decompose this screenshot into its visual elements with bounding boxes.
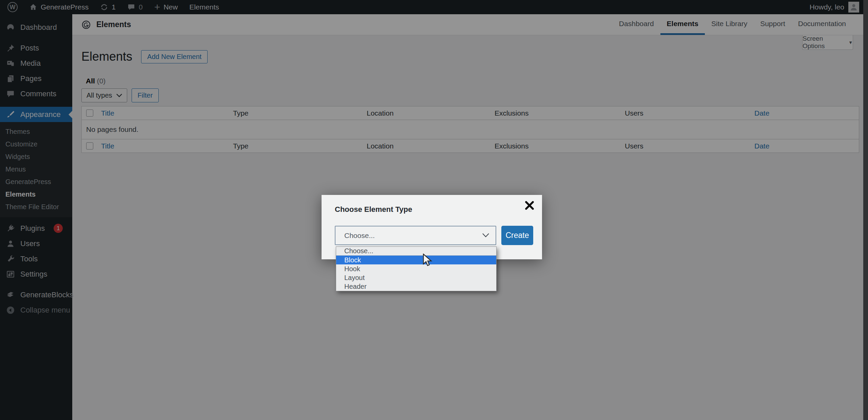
- close-icon[interactable]: [524, 200, 535, 211]
- create-button[interactable]: Create: [501, 226, 533, 245]
- element-type-select[interactable]: Choose...: [335, 226, 496, 245]
- element-type-dropdown: Choose... Block Hook Layout Header: [336, 246, 497, 291]
- option-layout[interactable]: Layout: [336, 273, 496, 282]
- modal-title: Choose Element Type: [335, 205, 412, 214]
- option-block[interactable]: Block: [336, 256, 496, 264]
- option-hook[interactable]: Hook: [336, 264, 496, 273]
- mouse-cursor: [422, 254, 432, 267]
- option-choose[interactable]: Choose...: [336, 247, 496, 256]
- chevron-down-icon: [482, 233, 489, 238]
- option-header[interactable]: Header: [336, 282, 496, 291]
- wordpress-admin: W GeneratePress 1 0 + New Elements: [0, 0, 868, 420]
